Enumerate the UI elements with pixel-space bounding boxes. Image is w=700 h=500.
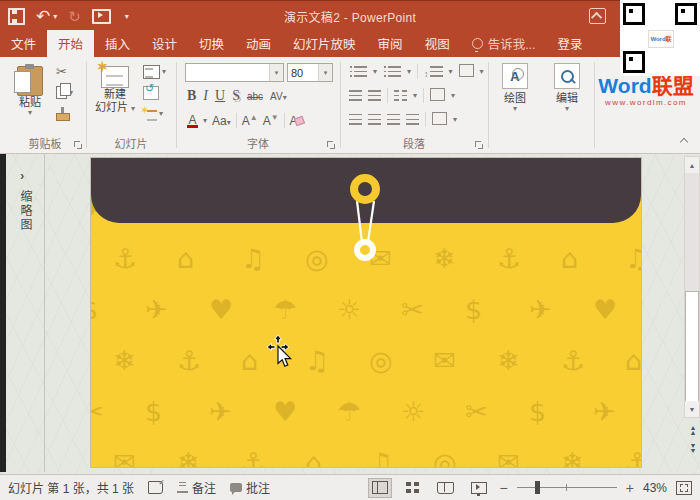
- chevron-down-icon: ▾: [283, 93, 287, 102]
- expand-panel-chevron-icon[interactable]: ›: [20, 168, 24, 183]
- zoom-in-button[interactable]: +: [626, 481, 634, 495]
- tab-tell-me[interactable]: 告诉我...: [461, 30, 547, 57]
- pattern-icon: ⌂: [625, 345, 642, 376]
- previous-slide-button[interactable]: ▲▲: [687, 426, 699, 435]
- ribbon-display-options-button[interactable]: [589, 8, 606, 24]
- down-arrow-icon: ▼: [271, 113, 279, 122]
- justify-button[interactable]: [406, 111, 419, 129]
- paste-button[interactable]: 粘贴 ▾: [10, 59, 50, 117]
- shrink-font-button[interactable]: A▼: [263, 113, 279, 128]
- chevron-down-icon[interactable]: ▾: [407, 68, 411, 76]
- tab-transitions[interactable]: 切换: [188, 30, 235, 57]
- reading-view-button[interactable]: [434, 478, 458, 498]
- thumbnails-panel-collapsed[interactable]: › 缩略图: [6, 154, 45, 472]
- chevron-down-icon[interactable]: ▾: [413, 92, 417, 100]
- tab-file[interactable]: 文件: [0, 30, 47, 57]
- italic-button[interactable]: I: [203, 89, 208, 103]
- fit-slide-to-window-button[interactable]: [676, 481, 692, 495]
- start-slideshow-icon: [92, 9, 111, 24]
- copy-button[interactable]: ▾: [56, 84, 73, 101]
- chevron-down-icon[interactable]: ▾: [269, 64, 283, 81]
- section-button[interactable]: ✶▾: [143, 105, 166, 122]
- change-case-button[interactable]: Aa▾: [212, 114, 231, 128]
- text-direction-button[interactable]: [459, 63, 474, 81]
- editing-button[interactable]: 编辑 ▾: [544, 57, 590, 113]
- zoom-out-button[interactable]: −: [500, 481, 508, 495]
- font-dialog-launcher[interactable]: [327, 141, 335, 149]
- scrollbar-thumb[interactable]: [685, 291, 699, 403]
- chevron-down-icon[interactable]: ▾: [453, 116, 457, 124]
- slide-canvas[interactable]: ✈♥☂☼✂$✈♥☂⚓⌂♫◎✉❄⚓⌂♫$✈♥☂☼✂$✈♥❄⚓⌂♫◎✉❄⚓⌂✂$✈♥…: [90, 157, 642, 468]
- columns-button[interactable]: [394, 87, 407, 105]
- spell-check-button[interactable]: [148, 481, 163, 494]
- normal-view-button[interactable]: [368, 478, 392, 498]
- tab-insert[interactable]: 插入: [94, 30, 141, 57]
- zoom-slider[interactable]: [517, 480, 617, 495]
- bullets-button[interactable]: [349, 63, 367, 81]
- font-size-combobox[interactable]: 80 ▾: [287, 63, 333, 82]
- save-button[interactable]: [8, 8, 25, 25]
- slide-layout-button[interactable]: ▾: [143, 63, 166, 80]
- tab-review[interactable]: 审阅: [367, 30, 414, 57]
- tab-slideshow[interactable]: 幻灯片放映: [282, 30, 367, 57]
- text-shadow-button[interactable]: S: [232, 89, 240, 103]
- chevron-down-icon[interactable]: ▾: [318, 64, 332, 81]
- bold-button[interactable]: B: [187, 89, 196, 103]
- reset-slide-button[interactable]: ↺: [143, 84, 166, 101]
- clear-formatting-button[interactable]: A: [290, 114, 304, 128]
- font-color-button[interactable]: A: [187, 113, 198, 128]
- qr-center-logo: Word联盟: [648, 30, 674, 48]
- chevron-down-icon[interactable]: ▾: [373, 68, 377, 76]
- decrease-indent-button[interactable]: [349, 87, 362, 105]
- line-spacing-button[interactable]: ↕: [424, 63, 443, 81]
- underline-button[interactable]: U: [215, 89, 225, 103]
- chevron-down-icon[interactable]: ▾: [449, 68, 453, 76]
- qr-finder-icon: [623, 51, 645, 73]
- tab-design[interactable]: 设计: [141, 30, 188, 57]
- notes-toggle-button[interactable]: 备注: [177, 479, 216, 496]
- slide-number-indicator[interactable]: 幻灯片 第 1 张，共 1 张: [8, 479, 134, 496]
- customize-qat-button[interactable]: ▾: [122, 12, 129, 21]
- chevron-down-icon[interactable]: ▾: [203, 117, 207, 125]
- convert-smartart-button[interactable]: [432, 111, 447, 129]
- pattern-icon: ❄: [113, 345, 136, 376]
- slideshow-view-button[interactable]: [467, 478, 491, 498]
- increase-indent-button[interactable]: [368, 87, 381, 105]
- grow-font-button[interactable]: A▲: [242, 113, 258, 128]
- slide-sorter-view-button[interactable]: [401, 478, 425, 498]
- redo-button[interactable]: ↻: [68, 9, 81, 24]
- character-spacing-button[interactable]: AV▾: [270, 91, 287, 102]
- chevron-down-icon[interactable]: ▾: [480, 68, 484, 76]
- zoom-slider-thumb[interactable]: [535, 481, 540, 494]
- align-text-button[interactable]: [430, 87, 445, 105]
- paragraph-dialog-launcher[interactable]: [475, 141, 483, 149]
- window-title: 演示文稿2 - PowerPoint: [150, 1, 550, 31]
- comments-toggle-button[interactable]: 批注: [230, 479, 270, 496]
- pattern-icon: ✈: [529, 294, 552, 325]
- font-name-combobox[interactable]: ▾: [185, 63, 284, 82]
- next-slide-button[interactable]: ▼▼: [687, 444, 699, 453]
- align-left-button[interactable]: [349, 111, 362, 129]
- align-center-button[interactable]: [368, 111, 381, 129]
- tab-home[interactable]: 开始: [47, 30, 94, 57]
- collapse-ribbon-icon[interactable]: [680, 137, 688, 145]
- tab-animations[interactable]: 动画: [235, 30, 282, 57]
- tab-view[interactable]: 视图: [414, 30, 461, 57]
- vertical-scrollbar[interactable]: ▲ ▼: [684, 156, 700, 418]
- undo-dropdown-icon[interactable]: ▾: [53, 12, 57, 21]
- strikethrough-button[interactable]: abc: [247, 91, 263, 102]
- scroll-down-button[interactable]: ▼: [685, 401, 699, 417]
- undo-button[interactable]: ↶▾: [36, 8, 57, 25]
- sign-in-button[interactable]: 登录: [547, 30, 594, 57]
- start-slideshow-button[interactable]: [92, 9, 111, 24]
- numbering-button[interactable]: [383, 63, 401, 81]
- new-slide-button[interactable]: ✶ 新建 幻灯片 ▾: [91, 57, 139, 114]
- align-right-button[interactable]: [387, 111, 400, 129]
- format-painter-button[interactable]: [56, 105, 73, 122]
- drawing-button[interactable]: A 绘图 ▾: [492, 57, 538, 113]
- cut-button[interactable]: ✂: [56, 63, 73, 80]
- chevron-down-icon[interactable]: ▾: [451, 92, 455, 100]
- scroll-up-button[interactable]: ▲: [685, 157, 699, 173]
- clipboard-dialog-launcher[interactable]: [74, 141, 82, 149]
- zoom-percentage[interactable]: 43%: [643, 481, 667, 495]
